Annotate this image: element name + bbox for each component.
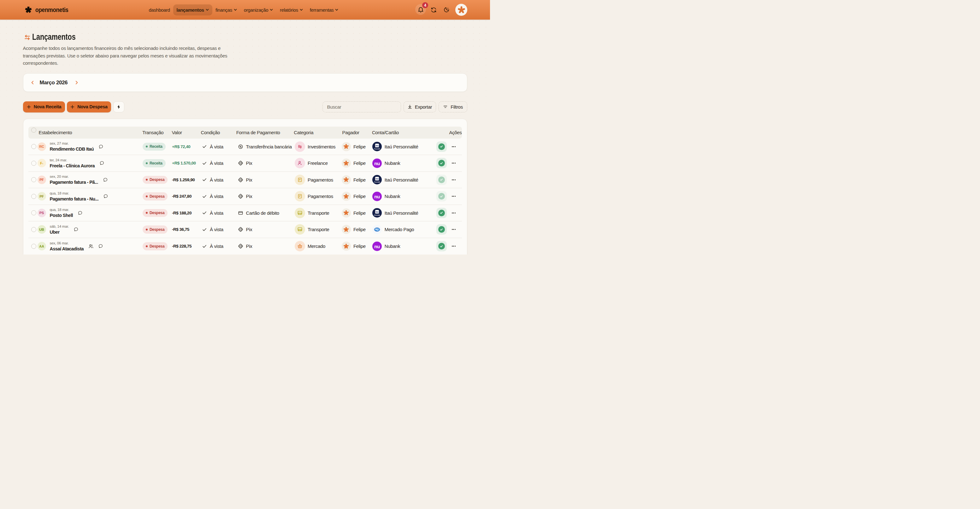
svg-text:Personnalité: Personnalité — [374, 182, 380, 183]
svg-text:Personnalité: Personnalité — [374, 215, 380, 216]
svg-text:Personnalité: Personnalité — [374, 148, 380, 150]
svg-text:Itaú: Itaú — [375, 178, 379, 180]
svg-text:nu: nu — [374, 160, 380, 166]
svg-text:nu: nu — [374, 193, 380, 199]
svg-text:nu: nu — [374, 243, 380, 249]
svg-text:Itaú: Itaú — [375, 145, 379, 147]
svg-text:Itaú: Itaú — [375, 211, 379, 213]
